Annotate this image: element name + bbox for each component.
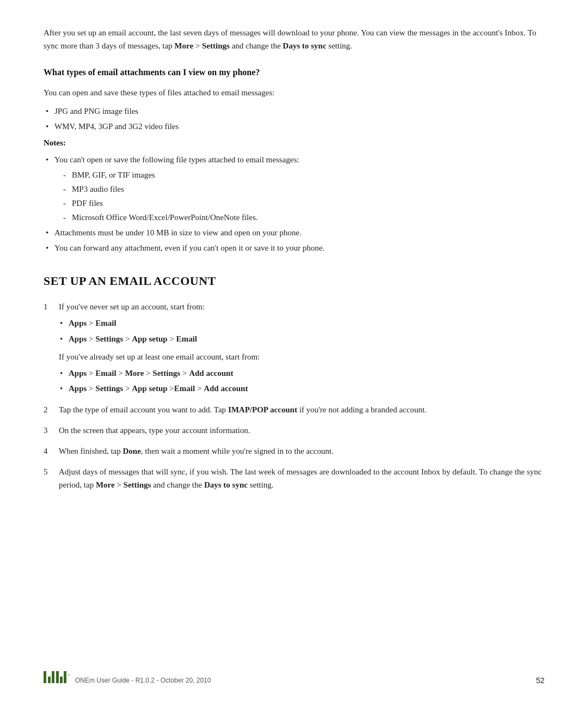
logo-icon: ™ xyxy=(44,671,70,690)
attachment-section: What types of email attachments can I vi… xyxy=(44,68,544,254)
intro-paragraph: After you set up an email account, the l… xyxy=(44,26,544,52)
step1-sep2a1: > xyxy=(87,369,95,378)
step5-text-end: and change the xyxy=(151,480,204,489)
step-2: Tap the type of email account you want t… xyxy=(44,403,544,416)
list-item: Apps > Settings > App setup >Email > Add… xyxy=(59,382,544,395)
step1-sep1b2: > xyxy=(123,334,132,343)
step2-text-end: if you're not adding a branded account. xyxy=(297,405,427,414)
step-5: Adjust days of messages that will sync, … xyxy=(44,465,544,491)
step1-addaccount1: Add account xyxy=(189,369,233,378)
step1-first-bullets: Apps > Email Apps > Settings > App setup… xyxy=(59,317,544,346)
step1-addaccount2: Add account xyxy=(204,384,248,393)
file-types-list: JPG and PNG image files WMV, MP4, 3GP an… xyxy=(44,105,544,133)
intro-days: Days to sync xyxy=(283,41,326,50)
setup-steps-list: If you've never set up an account, start… xyxy=(44,300,544,491)
step1-apps2: Apps xyxy=(69,334,87,343)
notes-heading: Notes: xyxy=(44,138,544,148)
step-1: If you've never set up an account, start… xyxy=(44,300,544,395)
notes-list: You can't open or save the following fil… xyxy=(44,153,544,254)
step1-more1: More xyxy=(125,369,144,378)
step1-sep2a4: > xyxy=(180,369,189,378)
step1-email1: Email xyxy=(95,319,116,327)
svg-rect-3 xyxy=(56,671,59,683)
step1-settings3: Settings xyxy=(95,384,123,393)
step2-bold: IMAP/POP account xyxy=(228,405,297,414)
svg-rect-0 xyxy=(44,671,46,683)
step5-text-final: setting. xyxy=(248,480,274,489)
step1-sep2b3: > xyxy=(168,384,174,393)
step-4: When finished, tap Done, then wait a mom… xyxy=(44,445,544,458)
attachment-intro: You can open and save these types of fil… xyxy=(44,86,544,99)
step1-middle-text: If you've already set up at least one em… xyxy=(59,350,544,363)
footer: ™ ONEm User Guide - R1.0.2 - October 20,… xyxy=(44,671,544,690)
intro-settings: Settings xyxy=(202,41,230,50)
svg-text:™: ™ xyxy=(68,674,70,677)
step1-email2: Email xyxy=(176,334,197,343)
step1-text-before: If you've never set up an account, start… xyxy=(59,302,205,311)
list-item: Microsoft Office Word/Excel/PowerPoint/O… xyxy=(54,211,544,224)
step2-text: Tap the type of email account you want t… xyxy=(59,405,228,414)
step1-apps4: Apps xyxy=(69,384,87,393)
notes-intro-text: You can't open or save the following fil… xyxy=(54,155,299,164)
step1-email4: Email xyxy=(174,384,195,393)
list-item: PDF files xyxy=(54,197,544,210)
svg-rect-1 xyxy=(48,677,51,683)
footer-logo: ™ xyxy=(44,671,70,690)
step1-sep2b4: > xyxy=(195,384,204,393)
setup-heading: SET UP AN EMAIL ACCOUNT xyxy=(44,274,544,288)
page-container: After you set up an email account, the l… xyxy=(0,0,588,544)
step1-sep1b3: > xyxy=(168,334,176,343)
step-3: On the screen that appears, type your ac… xyxy=(44,424,544,437)
intro-arrow1: > xyxy=(193,41,202,50)
list-item: MP3 audio files xyxy=(54,182,544,196)
list-item: JPG and PNG image files xyxy=(44,105,544,118)
step5-bold3: Days to sync xyxy=(204,480,248,489)
step5-bold2: Settings xyxy=(124,480,151,489)
step5-sep: > xyxy=(115,480,124,489)
step4-bold: Done xyxy=(122,447,140,455)
step1-settings1: Settings xyxy=(95,334,123,343)
step1-settings2: Settings xyxy=(152,369,180,378)
step1-apps1: Apps xyxy=(69,319,87,327)
svg-rect-5 xyxy=(64,671,66,683)
list-item: Apps > Email > More > Settings > Add acc… xyxy=(59,367,544,380)
footer-left: ™ ONEm User Guide - R1.0.2 - October 20,… xyxy=(44,671,211,690)
step1-sep1a: > xyxy=(87,319,95,327)
step1-sep2b1: > xyxy=(87,384,95,393)
step1-sep2b2: > xyxy=(123,384,132,393)
list-item: Attachments must be under 10 MB in size … xyxy=(44,226,544,239)
svg-rect-2 xyxy=(52,671,54,683)
step4-text: When finished, tap xyxy=(59,447,122,455)
list-item: WMV, MP4, 3GP and 3G2 video files xyxy=(44,120,544,133)
svg-rect-4 xyxy=(60,677,63,683)
step5-bold1: More xyxy=(96,480,115,489)
attachment-heading: What types of email attachments can I vi… xyxy=(44,68,544,77)
step4-text-end: , then wait a moment while you're signed… xyxy=(141,447,334,455)
step1-appsetup1: App setup xyxy=(132,334,167,343)
step1-sep2a2: > xyxy=(117,369,125,378)
hin-logo-svg: ™ xyxy=(44,671,70,686)
footer-guide-text: ONEm User Guide - R1.0.2 - October 20, 2… xyxy=(75,677,211,684)
list-item: Apps > Settings > App setup > Email xyxy=(59,332,544,346)
step1-sep1b: > xyxy=(87,334,95,343)
list-item: BMP, GIF, or TIF images xyxy=(54,168,544,181)
step3-text: On the screen that appears, type your ac… xyxy=(59,426,250,435)
list-item: You can forward any attachment, even if … xyxy=(44,241,544,254)
setup-section: SET UP AN EMAIL ACCOUNT If you've never … xyxy=(44,274,544,491)
step1-email3: Email xyxy=(95,369,116,378)
intro-mid: and change the xyxy=(230,41,283,50)
step1-apps3: Apps xyxy=(69,369,87,378)
list-item: Apps > Email xyxy=(59,317,544,330)
step1-sep2a3: > xyxy=(144,369,152,378)
step1-appsetup2: App setup xyxy=(132,384,167,393)
cant-open-list: BMP, GIF, or TIF images MP3 audio files … xyxy=(54,168,544,224)
list-item: You can't open or save the following fil… xyxy=(44,153,544,224)
step1-second-bullets: Apps > Email > More > Settings > Add acc… xyxy=(59,367,544,396)
intro-end: setting. xyxy=(326,41,352,50)
footer-page-number: 52 xyxy=(536,676,544,685)
intro-more: More xyxy=(174,41,193,50)
